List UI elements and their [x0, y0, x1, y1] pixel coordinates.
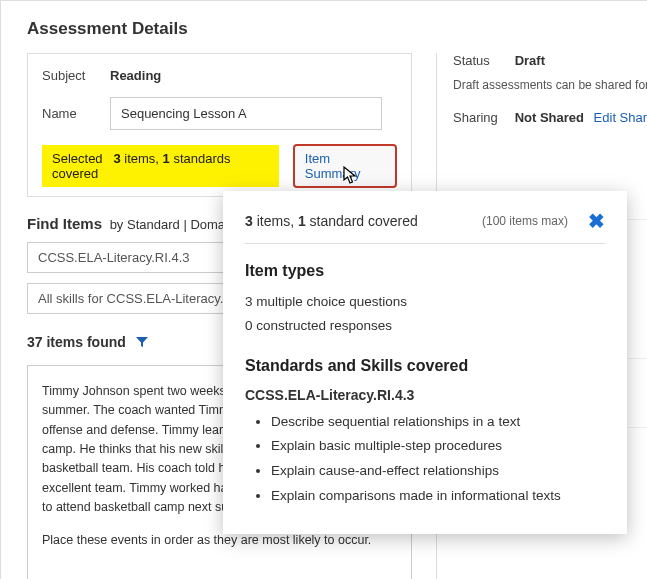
selected-standards-count: 1: [163, 151, 170, 166]
sharing-value: Not Shared: [515, 110, 584, 125]
subject-row: Subject Reading: [42, 68, 397, 83]
close-icon[interactable]: ✖: [588, 209, 605, 233]
list-item: Explain basic multiple-step procedures: [271, 437, 605, 456]
edit-sharing-link[interactable]: Edit Sharing: [594, 110, 647, 125]
popover-header: 3 items, 1 standard covered (100 items m…: [245, 209, 605, 233]
find-items-title: Find Items: [27, 215, 102, 232]
item-types-cr: 0 constructed responses: [245, 316, 605, 336]
list-item: Explain cause-and-effect relationships: [271, 462, 605, 481]
item-types-heading: Item types: [245, 262, 605, 280]
selected-items-count: 3: [113, 151, 120, 166]
standards-heading: Standards and Skills covered: [245, 357, 605, 375]
selected-badge: Selected 3 items, 1 standards covered: [42, 145, 279, 187]
status-subtext: Draft assessments can be shared for othe…: [453, 78, 647, 92]
selected-row: Selected 3 items, 1 standards covered It…: [42, 144, 397, 188]
name-label: Name: [42, 106, 110, 121]
divider: [245, 243, 605, 244]
popover-summary: 3 items, 1 standard covered: [245, 213, 418, 229]
sharing-row: Sharing Not Shared Edit Sharing: [453, 110, 647, 125]
list-item: Explain comparisons made in informationa…: [271, 487, 605, 506]
subject-value: Reading: [110, 68, 161, 83]
item-prompt: Place these events in order as they are …: [42, 531, 397, 550]
assessment-details-screen: Assessment Details Subject Reading Name …: [0, 0, 647, 579]
skills-list: Describe sequential relationships in a t…: [271, 413, 605, 507]
status-row: Status Draft: [453, 53, 647, 68]
status-value: Draft: [515, 53, 545, 68]
name-row: Name: [42, 97, 397, 130]
status-label: Status: [453, 53, 511, 68]
sharing-label: Sharing: [453, 110, 511, 125]
item-summary-button[interactable]: Item Summary: [293, 144, 397, 188]
items-found-count: 37 items found: [27, 334, 126, 350]
subject-label: Subject: [42, 68, 110, 83]
standard-code: CCSS.ELA-Literacy.RI.4.3: [245, 387, 605, 403]
list-item: Describe sequential relationships in a t…: [271, 413, 605, 432]
popover-max: (100 items max): [482, 214, 568, 228]
details-panel: Subject Reading Name Selected 3 items, 1…: [27, 53, 412, 197]
find-items-by: by Standard: [110, 217, 180, 232]
item-summary-popover: 3 items, 1 standard covered (100 items m…: [223, 191, 627, 534]
selected-items-word: items,: [124, 151, 159, 166]
page-title: Assessment Details: [1, 1, 647, 53]
standard-select-value: CCSS.ELA-Literacy.RI.4.3: [38, 250, 189, 265]
selected-label: Selected: [52, 151, 103, 166]
item-types-mc: 3 multiple choice questions: [245, 292, 605, 312]
filter-icon[interactable]: [136, 336, 148, 351]
name-input[interactable]: [110, 97, 382, 130]
cursor-icon: [343, 166, 359, 191]
